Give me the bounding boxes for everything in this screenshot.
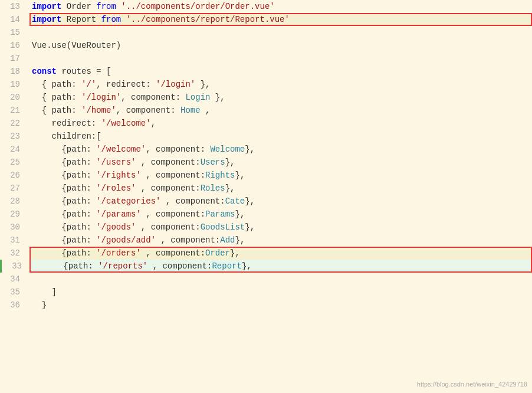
code-line: 35 ] xyxy=(0,286,532,299)
line-number: 13 xyxy=(0,0,29,13)
line-content: {path: '/orders' , component:Order}, xyxy=(29,247,532,260)
line-number: 34 xyxy=(0,273,29,286)
line-content xyxy=(29,26,532,39)
code-line: 31 {path: '/goods/add' , component:Add}, xyxy=(0,234,532,247)
code-line: 16Vue.use(VueRouter) xyxy=(0,39,532,52)
line-number: 33 xyxy=(2,260,31,273)
line-content: { path: '/home', component: Home , xyxy=(29,104,532,117)
line-content xyxy=(29,273,532,286)
line-number: 36 xyxy=(0,299,29,312)
line-content: { path: '/login', component: Login }, xyxy=(29,91,532,104)
code-editor: 13import Order from '../components/order… xyxy=(0,0,532,393)
line-number: 27 xyxy=(0,182,29,195)
line-number: 19 xyxy=(0,78,29,91)
line-number: 26 xyxy=(0,169,29,182)
line-number: 20 xyxy=(0,91,29,104)
line-content: {path: '/roles' , component:Roles}, xyxy=(29,182,532,195)
line-number: 35 xyxy=(0,286,29,299)
code-line: 32 {path: '/orders' , component:Order}, xyxy=(0,247,532,260)
line-number: 30 xyxy=(0,221,29,234)
line-content: {path: '/reports' , component:Report}, xyxy=(31,260,532,273)
line-content: {path: '/welcome', component: Welcome}, xyxy=(29,143,532,156)
line-content: import Order from '../components/order/O… xyxy=(29,0,532,13)
line-number: 22 xyxy=(0,117,29,130)
line-content: {path: '/categories' , component:Cate}, xyxy=(29,195,532,208)
code-line: 33 {path: '/reports' , component:Report}… xyxy=(0,260,532,273)
code-line: 20 { path: '/login', component: Login }, xyxy=(0,91,532,104)
line-number: 32 xyxy=(0,247,29,260)
line-content: Vue.use(VueRouter) xyxy=(29,39,532,52)
code-line: 34 xyxy=(0,273,532,286)
line-content: {path: '/users' , component:Users}, xyxy=(29,156,532,169)
line-number: 24 xyxy=(0,143,29,156)
code-line: 21 { path: '/home', component: Home , xyxy=(0,104,532,117)
line-number: 14 xyxy=(0,13,29,26)
line-content: {path: '/goods' , component:GoodsList}, xyxy=(29,221,532,234)
code-line: 13import Order from '../components/order… xyxy=(0,0,532,13)
code-line: 23 children:[ xyxy=(0,130,532,143)
line-number: 31 xyxy=(0,234,29,247)
line-number: 16 xyxy=(0,39,29,52)
line-number: 29 xyxy=(0,208,29,221)
code-line: 24 {path: '/welcome', component: Welcome… xyxy=(0,143,532,156)
line-content: {path: '/rights' , component:Rights}, xyxy=(29,169,532,182)
code-line: 25 {path: '/users' , component:Users}, xyxy=(0,156,532,169)
code-line: 29 {path: '/params' , component:Params}, xyxy=(0,208,532,221)
code-line: 28 {path: '/categories' , component:Cate… xyxy=(0,195,532,208)
line-number: 23 xyxy=(0,130,29,143)
line-number: 28 xyxy=(0,195,29,208)
code-line: 15 xyxy=(0,26,532,39)
line-number: 15 xyxy=(0,26,29,39)
line-content: ] xyxy=(29,286,532,299)
line-content: } xyxy=(29,299,532,312)
line-content: children:[ xyxy=(29,130,532,143)
line-content: {path: '/params' , component:Params}, xyxy=(29,208,532,221)
line-content xyxy=(29,52,532,65)
code-line: 30 {path: '/goods' , component:GoodsList… xyxy=(0,221,532,234)
line-content: redirect: '/welcome', xyxy=(29,117,532,130)
line-number: 17 xyxy=(0,52,29,65)
line-content: const routes = [ xyxy=(29,65,532,78)
code-line: 19 { path: '/', redirect: '/login' }, xyxy=(0,78,532,91)
code-line: 27 {path: '/roles' , component:Roles}, xyxy=(0,182,532,195)
code-line: 18const routes = [ xyxy=(0,65,532,78)
line-number: 18 xyxy=(0,65,29,78)
line-number: 21 xyxy=(0,104,29,117)
code-line: 22 redirect: '/welcome', xyxy=(0,117,532,130)
code-line: 14import Report from '../components/repo… xyxy=(0,13,532,26)
line-content: import Report from '../components/report… xyxy=(29,13,532,26)
code-line: 17 xyxy=(0,52,532,65)
line-number: 25 xyxy=(0,156,29,169)
code-line: 26 {path: '/rights' , component:Rights}, xyxy=(0,169,532,182)
watermark: https://blog.csdn.net/weixin_42429718 xyxy=(417,378,527,391)
code-line: 36 } xyxy=(0,299,532,312)
line-content: { path: '/', redirect: '/login' }, xyxy=(29,78,532,91)
line-content: {path: '/goods/add' , component:Add}, xyxy=(29,234,532,247)
